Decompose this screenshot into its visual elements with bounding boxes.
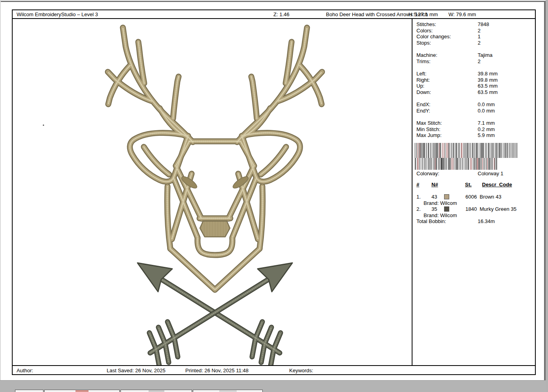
stat-row: Stitches:7848 xyxy=(412,21,535,28)
barcode-bar xyxy=(437,143,437,158)
barcode-bar xyxy=(419,143,419,158)
stat-value: 0.0 mm xyxy=(478,101,495,107)
stat-group: Left:39.8 mmRight:39.8 mmUp:63.5 mmDown:… xyxy=(412,71,535,95)
barcode-bar xyxy=(477,143,478,158)
taskbar-item[interactable] xyxy=(44,390,120,392)
barcode-bar xyxy=(422,158,423,170)
zoom-level: Z: 1.46 xyxy=(273,11,289,17)
stat-label: Down: xyxy=(416,89,431,95)
barcode-bar xyxy=(420,143,421,158)
stat-value: 63.5 mm xyxy=(478,83,498,89)
taskbar-item-glyph xyxy=(75,390,89,392)
stat-label: Stitches: xyxy=(416,21,436,27)
barcode-bar xyxy=(478,158,479,170)
colorway-value: Colorway 1 xyxy=(478,171,503,176)
barcode-bar xyxy=(443,158,443,170)
barcode-bar xyxy=(496,158,496,170)
total-bobbin-label: Total Bobbin: xyxy=(416,218,446,224)
thread-number: 43 xyxy=(431,194,437,200)
thread-description: Murky Green 35 xyxy=(480,206,516,212)
barcode-bar xyxy=(429,143,429,158)
design-height: H: 127.1 mm xyxy=(409,11,438,17)
application-window: Wilcom EmbroideryStudio – Level 3 Z: 1.4… xyxy=(0,0,548,392)
taskbar-item[interactable] xyxy=(193,390,263,392)
barcode-bar xyxy=(481,143,482,158)
design-barcode xyxy=(415,143,518,170)
stat-label: Colors: xyxy=(416,28,433,34)
barcode-bar xyxy=(430,158,431,170)
stat-row: EndX:0.0 mm xyxy=(412,101,535,108)
window-border-left xyxy=(0,0,1,392)
barcode-bar xyxy=(438,143,438,158)
stat-value: 7.1 mm xyxy=(478,120,495,126)
stat-value: 0.2 mm xyxy=(478,126,495,132)
barcode-bar xyxy=(415,158,415,170)
barcode-bar xyxy=(485,158,485,170)
barcode-bar xyxy=(494,158,494,170)
barcode-bar xyxy=(479,158,480,170)
stat-value: 1 xyxy=(478,34,480,39)
barcode-bar xyxy=(477,158,477,170)
barcode-bar xyxy=(433,143,434,158)
taskbar-item-glyph xyxy=(219,390,237,392)
barcode-bar xyxy=(488,143,488,158)
stat-group: Stitches:7848Colors:2Color changes:1Stop… xyxy=(412,21,535,46)
barcode-bar xyxy=(503,143,503,158)
stat-value: 5.9 mm xyxy=(478,132,495,138)
stat-row: Color changes:1 xyxy=(412,34,535,40)
col-number: # xyxy=(416,182,419,188)
barcode-bar xyxy=(441,158,441,170)
barcode-bar xyxy=(450,158,451,170)
thread-color-swatch xyxy=(444,194,449,199)
barcode-bar xyxy=(416,158,416,170)
barcode-bar xyxy=(439,158,440,170)
stat-label: Up: xyxy=(416,83,424,89)
crossed-arrows-artwork xyxy=(137,263,292,365)
barcode-bar xyxy=(425,158,426,170)
taskbar-item[interactable] xyxy=(121,390,192,392)
barcode-bar xyxy=(445,158,446,170)
stat-group: EndX:0.0 mmEndY:0.0 mm xyxy=(412,101,535,114)
barcode-bar xyxy=(450,158,450,170)
barcode-bar xyxy=(457,158,458,170)
barcode-bar xyxy=(484,158,484,170)
thread-stitch-count: 6006 xyxy=(465,194,477,200)
barcode-bar xyxy=(428,158,429,170)
deer-muzzle xyxy=(200,221,230,237)
barcode-bar xyxy=(468,143,468,158)
barcode-bar xyxy=(427,158,427,170)
barcode-bar xyxy=(500,143,501,158)
barcode-bar xyxy=(442,143,443,158)
barcode-bar xyxy=(456,158,456,170)
barcode-bar xyxy=(465,143,465,158)
stat-row: Trims:2 xyxy=(412,58,535,65)
barcode-bar xyxy=(421,158,421,170)
barcode-bar xyxy=(490,143,490,158)
barcode-bar xyxy=(473,143,473,158)
barcode-bar xyxy=(420,143,420,158)
barcode-bar xyxy=(482,143,482,158)
barcode-bar xyxy=(509,143,509,158)
thread-brand-row: Brand: Wilcom xyxy=(415,200,533,206)
stat-value: 2 xyxy=(478,28,480,34)
barcode-bar xyxy=(432,143,432,158)
barcode-bar xyxy=(424,143,424,158)
barcode-bar xyxy=(478,158,478,170)
stat-row: Machine:Tajima xyxy=(412,52,535,58)
barcode-bar xyxy=(429,158,429,170)
barcode-bar xyxy=(431,158,432,170)
barcode-bar xyxy=(458,143,459,158)
barcode-bar xyxy=(461,143,461,158)
print-preview-page: Wilcom EmbroideryStudio – Level 3 Z: 1.4… xyxy=(12,9,536,375)
barcode-bar xyxy=(516,143,516,158)
taskbar-strip xyxy=(0,380,546,392)
barcode-bar xyxy=(489,143,489,158)
taskbar-item-glyph xyxy=(149,390,164,392)
barcode-bar xyxy=(475,158,475,170)
barcode-row-top xyxy=(415,143,518,158)
stat-value: 39.8 mm xyxy=(478,71,498,77)
taskbar-item[interactable] xyxy=(15,390,43,392)
barcode-bar xyxy=(448,143,449,158)
barcode-bar xyxy=(469,158,469,170)
stat-value: 0.0 mm xyxy=(478,108,495,114)
